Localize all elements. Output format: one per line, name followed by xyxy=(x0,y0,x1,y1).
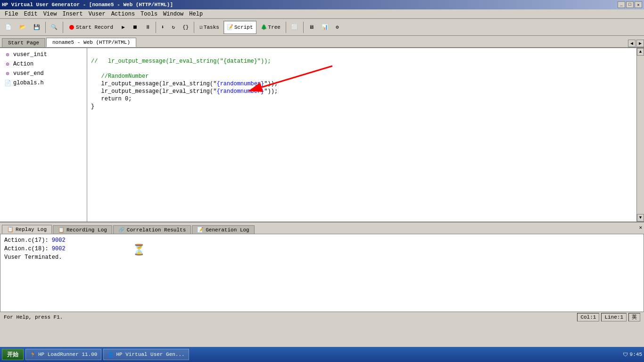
script-button[interactable]: 📝 Script xyxy=(223,21,256,34)
tree-icon: 🌲 xyxy=(261,24,267,30)
taskbar: 开始 🏃 HP LoadRunner 11.00 👤 HP Virtual Us… xyxy=(0,347,644,362)
action-label: Action xyxy=(13,61,33,67)
close-button[interactable]: ✕ xyxy=(635,1,642,8)
layout-button[interactable]: ⬜ xyxy=(288,21,301,34)
tree-label: Tree xyxy=(268,25,281,30)
step-icon: ⬇ xyxy=(161,24,165,30)
new-button[interactable]: 📄 xyxy=(2,21,15,34)
generation-log-label: Generation Log xyxy=(206,227,249,233)
sep4 xyxy=(194,22,194,33)
title-bar-buttons[interactable]: _ □ ✕ xyxy=(618,1,642,8)
bottom-tab-correlation[interactable]: 🔗 Correlation Results xyxy=(113,225,191,234)
loadrunner-icon: 🏃 xyxy=(30,352,36,358)
generation-icon: 📝 xyxy=(197,227,204,233)
code-line-6: return 0; xyxy=(91,96,132,102)
start-record-button[interactable]: Start Record xyxy=(65,21,117,34)
extra3-icon: ⚙ xyxy=(336,24,339,30)
recording-log-icon: 📋 xyxy=(58,227,65,233)
vuser-init-icon: ⊙ xyxy=(4,51,11,58)
recording-log-label: Recording Log xyxy=(66,227,107,233)
toolbar: 📄 📂 💾 🔍 Start Record ▶ ⏹ ⏸ ⬇ ↻ {} ☑ Task… xyxy=(0,19,644,36)
save-button[interactable]: 💾 xyxy=(30,21,43,34)
tab-noname5[interactable]: noname5 - Web (HTTP/HTML) xyxy=(46,38,136,47)
tasks-button[interactable]: ☑ Tasks xyxy=(196,21,223,34)
taskbar-app-loadrunner[interactable]: 🏃 HP LoadRunner 11.00 xyxy=(25,349,101,360)
log-line-1: Action.c(17): 9002 xyxy=(4,236,640,245)
toolbar-btn-extra3[interactable]: ⚙ xyxy=(332,21,342,34)
code-line-3: //RandomNumber xyxy=(91,73,149,80)
restore-button[interactable]: □ xyxy=(626,1,634,8)
script-label: Script xyxy=(234,25,253,30)
start-button[interactable]: 开始 xyxy=(2,349,24,360)
sidebar-item-vuser-end[interactable]: ⊙ vuser_end xyxy=(0,69,87,78)
scroll-track[interactable] xyxy=(637,56,644,214)
taskbar-shield-icon: 🛡 xyxy=(623,352,628,358)
nav-right-button[interactable]: ▶ xyxy=(636,40,644,47)
bottom-tab-generation[interactable]: 📝 Generation Log xyxy=(192,225,254,234)
replay-log-icon: 📋 xyxy=(7,226,14,232)
layout-icon: ⬜ xyxy=(291,24,298,30)
taskbar-time: 9:45 xyxy=(630,352,642,357)
tab-nav-arrows[interactable]: ◀ ▶ xyxy=(628,40,644,47)
menu-file[interactable]: File xyxy=(2,10,21,18)
param-button[interactable]: {} xyxy=(179,21,192,34)
search-button[interactable]: 🔍 xyxy=(48,21,61,34)
start-label: 开始 xyxy=(7,351,18,359)
bottom-panel: 📋 Replay Log 📋 Recording Log 🔗 Correlati… xyxy=(0,222,644,311)
bottom-panel-close-button[interactable]: ✕ xyxy=(639,224,642,230)
menu-edit[interactable]: Edit xyxy=(21,10,41,18)
tasks-label: Tasks xyxy=(204,25,219,30)
refresh-icon: ↻ xyxy=(172,24,175,30)
scroll-up-button[interactable]: ▲ xyxy=(637,48,644,56)
toolbar-btn-extra2[interactable]: 📊 xyxy=(318,21,331,34)
col-label: Col:1 xyxy=(580,314,596,320)
start-record-label: Start Record xyxy=(76,25,113,30)
extra2-icon: 📊 xyxy=(322,24,328,30)
sep1 xyxy=(45,22,46,33)
bottom-tab-replay-log[interactable]: 📋 Replay Log xyxy=(2,225,52,234)
stop-button[interactable]: ⏹ xyxy=(129,21,141,34)
tab-start-page[interactable]: Start Page xyxy=(2,38,45,47)
step-button[interactable]: ⬇ xyxy=(158,21,168,34)
refresh-button[interactable]: ↻ xyxy=(168,21,178,34)
code-editor[interactable]: // lr_output_message(lr_eval_string("{da… xyxy=(87,48,644,222)
scroll-down-button[interactable]: ▼ xyxy=(637,214,644,222)
menu-insert[interactable]: Insert xyxy=(59,10,85,18)
menu-actions[interactable]: Actions xyxy=(108,10,138,18)
sidebar-item-globals[interactable]: 📄 globals.h xyxy=(0,78,87,88)
vuser-taskbar-icon: 👤 xyxy=(107,352,114,358)
help-text: For Help, press F1. xyxy=(4,314,63,320)
menu-tools[interactable]: Tools xyxy=(138,10,160,18)
minimize-button[interactable]: _ xyxy=(618,1,625,8)
log-line-2: Action.c(18): 9002 xyxy=(4,245,640,253)
run-button[interactable]: ▶ xyxy=(118,21,128,34)
toolbar-btn-extra1[interactable]: 🖥 xyxy=(305,21,317,34)
code-line-1: // lr_output_message(lr_eval_string("{da… xyxy=(91,58,271,65)
correlation-icon: 🔗 xyxy=(118,227,125,233)
pause-button[interactable]: ⏸ xyxy=(142,21,154,34)
taskbar-app-vuser[interactable]: 👤 HP Virtual User Gen... xyxy=(103,349,189,360)
run-icon: ▶ xyxy=(122,24,125,30)
menu-vuser[interactable]: Vuser xyxy=(86,10,108,18)
hourglass-icon: ⏳ xyxy=(132,244,145,256)
bottom-tab-recording-log[interactable]: 📋 Recording Log xyxy=(53,225,112,234)
menu-window[interactable]: Window xyxy=(160,10,186,18)
tree-button[interactable]: 🌲 Tree xyxy=(257,21,284,34)
nav-left-button[interactable]: ◀ xyxy=(628,40,636,47)
sidebar-item-vuser-init[interactable]: ⊙ vuser_init xyxy=(0,50,87,59)
sep2 xyxy=(63,22,63,33)
open-button[interactable]: 📂 xyxy=(16,21,29,34)
script-icon: 📝 xyxy=(227,24,233,30)
menu-view[interactable]: View xyxy=(41,10,60,18)
log-line-3: Vuser Terminated. xyxy=(4,253,640,262)
sidebar-item-action[interactable]: ⊙ Action xyxy=(0,59,87,69)
menu-help[interactable]: Help xyxy=(186,10,206,18)
code-content: // lr_output_message(lr_eval_string("{da… xyxy=(87,48,636,142)
menu-bar: File Edit View Insert Vuser Actions Tool… xyxy=(0,9,644,19)
col-status: Col:1 xyxy=(577,313,599,321)
log-number-2: 9002 xyxy=(52,246,66,252)
editor-scrollbar[interactable]: ▲ ▼ xyxy=(636,48,644,222)
code-line-5: lr_output_message(lr_eval_string("{rando… xyxy=(91,88,278,95)
search-icon: 🔍 xyxy=(51,24,58,30)
tasks-icon: ☑ xyxy=(199,24,203,30)
